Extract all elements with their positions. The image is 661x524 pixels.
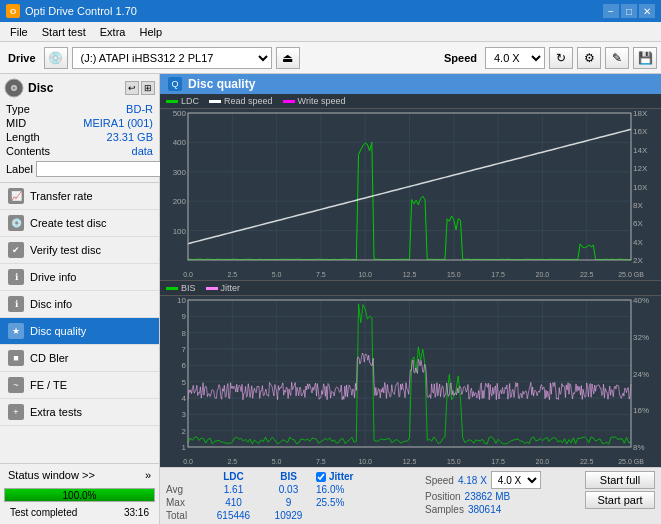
disc-contents-row: Contents data — [4, 144, 155, 158]
save-btn[interactable]: 💾 — [633, 47, 657, 69]
verify-test-disc-icon: ✔ — [8, 242, 24, 258]
disc-type-row: Type BD-R — [4, 102, 155, 116]
jitter-color — [206, 287, 218, 290]
samples-row: Samples 380614 — [425, 504, 575, 515]
close-button[interactable]: ✕ — [639, 4, 655, 18]
nav-extra-tests[interactable]: + Extra tests — [0, 399, 159, 426]
content-area: Q Disc quality LDC Read speed Write spee… — [160, 74, 661, 524]
start-buttons: Start full Start part — [585, 471, 655, 521]
write-speed-legend: Write speed — [283, 96, 346, 106]
app-icon: O — [6, 4, 20, 18]
max-row: Max 410 9 25.5% — [166, 497, 415, 508]
label-input[interactable] — [36, 161, 169, 177]
disc-section: Disc ↩ ⊞ Type BD-R MID MEIRA1 (001) Leng… — [0, 74, 159, 183]
start-full-btn[interactable]: Start full — [585, 471, 655, 489]
fe-te-icon: ~ — [8, 377, 24, 393]
top-legend: LDC Read speed Write speed — [160, 94, 661, 109]
quality-title: Disc quality — [188, 77, 255, 91]
read-speed-legend: Read speed — [209, 96, 273, 106]
toolbar: Drive 💿 (J:) ATAPI iHBS312 2 PL17 ⏏ Spee… — [0, 42, 661, 74]
total-row: Total 615446 10929 — [166, 510, 415, 521]
drive-info-icon: ℹ — [8, 269, 24, 285]
nav-list: 📈 Transfer rate 💿 Create test disc ✔ Ver… — [0, 183, 159, 426]
nav-disc-quality[interactable]: ★ Disc quality — [0, 318, 159, 345]
avg-row: Avg 1.61 0.03 16.0% — [166, 484, 415, 495]
menu-file[interactable]: File — [4, 24, 34, 40]
drive-select[interactable]: (J:) ATAPI iHBS312 2 PL17 — [72, 47, 272, 69]
write-btn[interactable]: ✎ — [605, 47, 629, 69]
menu-extra[interactable]: Extra — [94, 24, 132, 40]
title-bar: O Opti Drive Control 1.70 − □ ✕ — [0, 0, 661, 22]
quality-header: Q Disc quality — [160, 74, 661, 94]
menu-bar: File Start test Extra Help — [0, 22, 661, 42]
nav-verify-test-disc[interactable]: ✔ Verify test disc — [0, 237, 159, 264]
nav-fe-te[interactable]: ~ FE / TE — [0, 372, 159, 399]
disc-icon — [4, 78, 24, 98]
ldc-color — [166, 100, 178, 103]
disc-quality-icon: ★ — [8, 323, 24, 339]
bis-color — [166, 287, 178, 290]
eject-btn[interactable]: ⏏ — [276, 47, 300, 69]
disc-title: Disc — [28, 81, 53, 95]
status-time: 33:16 — [118, 505, 155, 521]
ldc-legend: LDC — [166, 96, 199, 106]
top-chart-canvas — [160, 109, 661, 280]
jitter-legend: Jitter — [206, 283, 241, 293]
progress-text: 100.0% — [5, 489, 154, 503]
speed-label: Speed — [440, 52, 481, 64]
minimize-button[interactable]: − — [603, 4, 619, 18]
status-completed-text: Test completed — [4, 505, 83, 521]
progress-bar: 100.0% — [4, 488, 155, 502]
status-section: Status window >> » 100.0% Test completed… — [0, 463, 159, 524]
nav-disc-info[interactable]: ℹ Disc info — [0, 291, 159, 318]
transfer-rate-icon: 📈 — [8, 188, 24, 204]
app-title: Opti Drive Control 1.70 — [25, 5, 137, 17]
main-layout: Disc ↩ ⊞ Type BD-R MID MEIRA1 (001) Leng… — [0, 74, 661, 524]
speed-select-small[interactable]: 4.0 X — [491, 471, 541, 489]
bis-legend: BIS — [166, 283, 196, 293]
disc-label-row: Label ✎ — [4, 160, 155, 178]
nav-cd-bler[interactable]: ■ CD Bler — [0, 345, 159, 372]
main-stats: LDC BIS Jitter Avg 1.61 0.03 16.0% Max 4… — [166, 471, 415, 521]
extra-tests-icon: + — [8, 404, 24, 420]
start-part-btn[interactable]: Start part — [585, 491, 655, 509]
cd-bler-icon: ■ — [8, 350, 24, 366]
disc-btn1[interactable]: ↩ — [125, 81, 139, 95]
nav-create-test-disc[interactable]: 💿 Create test disc — [0, 210, 159, 237]
nav-drive-info[interactable]: ℹ Drive info — [0, 264, 159, 291]
stats-bar: LDC BIS Jitter Avg 1.61 0.03 16.0% Max 4… — [160, 467, 661, 524]
status-window-btn[interactable]: Status window >> » — [0, 464, 159, 486]
speed-row: Speed 4.18 X 4.0 X — [425, 471, 575, 489]
settings-btn[interactable]: ⚙ — [577, 47, 601, 69]
top-chart-area — [160, 109, 661, 280]
bottom-chart-canvas — [160, 296, 661, 467]
bottom-chart-area — [160, 296, 661, 467]
disc-length-row: Length 23.31 GB — [4, 130, 155, 144]
refresh-btn[interactable]: ↻ — [549, 47, 573, 69]
sidebar: Disc ↩ ⊞ Type BD-R MID MEIRA1 (001) Leng… — [0, 74, 160, 524]
disc-info-icon: ℹ — [8, 296, 24, 312]
speed-select[interactable]: 4.0 X — [485, 47, 545, 69]
drive-icon-btn[interactable]: 💿 — [44, 47, 68, 69]
quality-icon: Q — [168, 77, 182, 91]
drive-label: Drive — [4, 52, 40, 64]
create-test-disc-icon: 💿 — [8, 215, 24, 231]
write-speed-color — [283, 100, 295, 103]
menu-help[interactable]: Help — [133, 24, 168, 40]
nav-transfer-rate[interactable]: 📈 Transfer rate — [0, 183, 159, 210]
menu-start-test[interactable]: Start test — [36, 24, 92, 40]
stats-header: LDC BIS Jitter — [166, 471, 415, 482]
jitter-checkbox[interactable] — [316, 472, 326, 482]
disc-mid-row: MID MEIRA1 (001) — [4, 116, 155, 130]
disc-btn2[interactable]: ⊞ — [141, 81, 155, 95]
bottom-legend: BIS Jitter — [160, 280, 661, 296]
svg-point-2 — [13, 87, 16, 90]
position-row: Position 23862 MB — [425, 491, 575, 502]
right-stats: Speed 4.18 X 4.0 X Position 23862 MB Sam… — [425, 471, 575, 521]
read-speed-color — [209, 100, 221, 103]
maximize-button[interactable]: □ — [621, 4, 637, 18]
chart-container: LDC Read speed Write speed BIS — [160, 94, 661, 467]
